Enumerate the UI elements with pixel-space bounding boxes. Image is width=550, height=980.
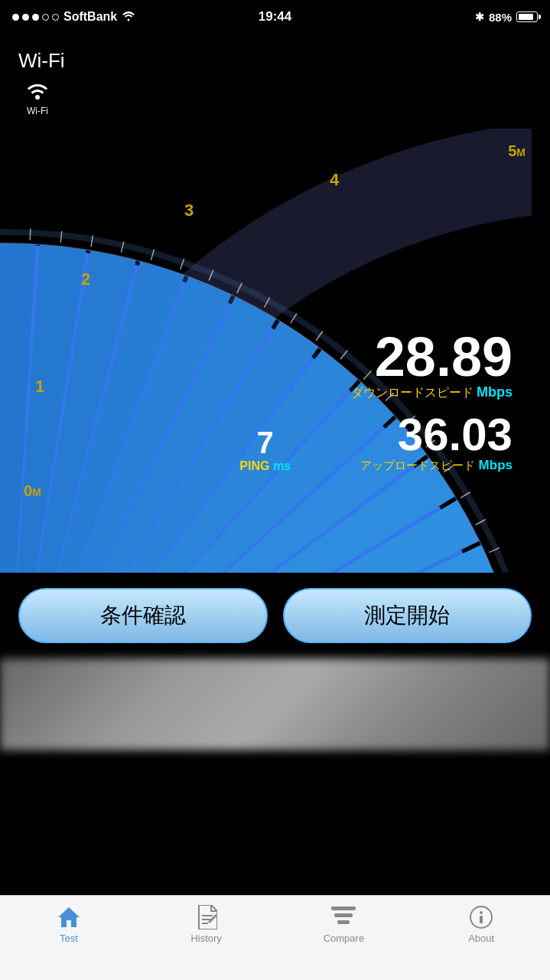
wifi-symbol-icon: Wi-Fi bbox=[18, 79, 57, 116]
tab-about[interactable]: About bbox=[412, 902, 550, 944]
tab-history-label: History bbox=[190, 933, 221, 944]
svg-rect-7 bbox=[337, 920, 350, 924]
status-right: ✱ 88% bbox=[475, 11, 538, 24]
condition-check-button[interactable]: 条件確認 bbox=[18, 588, 268, 643]
compare-icon bbox=[331, 906, 356, 928]
wifi-status-icon bbox=[122, 11, 135, 24]
signal-dot-4 bbox=[42, 14, 49, 21]
upload-label-jp: アップロードスピード bbox=[360, 459, 475, 472]
ad-banner bbox=[0, 658, 550, 750]
tab-compare-icon bbox=[331, 905, 356, 929]
tab-history-icon bbox=[194, 905, 219, 929]
status-bar: SoftBank 19:44 ✱ 88% bbox=[0, 0, 550, 34]
signal-dot-2 bbox=[22, 14, 29, 21]
ping-display: 7 PING ms bbox=[239, 426, 291, 473]
signal-dot-5 bbox=[52, 14, 59, 21]
signal-dot-3 bbox=[32, 14, 39, 21]
ping-value: 7 bbox=[239, 426, 291, 459]
home-icon bbox=[57, 905, 81, 929]
buttons-row: 条件確認 測定開始 bbox=[0, 573, 550, 658]
speed-readings: 28.89 ダウンロードスピード Mbps 36.03 アップロードスピード M… bbox=[351, 329, 513, 473]
tab-test-icon bbox=[57, 905, 81, 929]
tab-about-icon bbox=[469, 905, 493, 929]
svg-marker-1 bbox=[58, 907, 80, 927]
download-label-jp: ダウンロードスピード bbox=[351, 386, 474, 399]
tab-test-label: Test bbox=[60, 933, 78, 944]
ping-unit: ms bbox=[273, 459, 291, 472]
wifi-label: Wi-Fi bbox=[18, 49, 532, 73]
tab-compare[interactable]: Compare bbox=[275, 902, 413, 944]
speedometer-container: 0M 1 2 3 4 5M 28.89 ダウンロードスピード Mbps 36.0… bbox=[0, 129, 532, 573]
svg-point-9 bbox=[480, 911, 483, 914]
tab-bar: Test History Compare bbox=[0, 895, 550, 980]
scale-label-5m: 5M bbox=[508, 142, 526, 160]
download-speed-value: 28.89 bbox=[351, 329, 513, 384]
upload-speed-label: アップロードスピード Mbps bbox=[351, 458, 513, 473]
tab-about-label: About bbox=[468, 933, 494, 944]
svg-point-0 bbox=[35, 95, 40, 100]
scale-label-2: 2 bbox=[81, 270, 90, 289]
battery-percentage: 88% bbox=[489, 11, 512, 24]
tab-history[interactable]: History bbox=[138, 902, 275, 944]
scale-label-1: 1 bbox=[35, 377, 44, 397]
upload-unit: Mbps bbox=[479, 458, 513, 472]
battery-icon bbox=[516, 11, 538, 22]
status-left: SoftBank bbox=[12, 10, 135, 24]
svg-rect-10 bbox=[480, 916, 483, 923]
status-time: 19:44 bbox=[259, 9, 291, 24]
upload-speed-value: 36.03 bbox=[351, 412, 513, 458]
document-icon bbox=[196, 905, 217, 929]
download-unit: Mbps bbox=[477, 384, 513, 400]
svg-rect-5 bbox=[331, 906, 356, 910]
tab-compare-label: Compare bbox=[324, 933, 364, 944]
main-content: Wi-Fi Wi-Fi bbox=[0, 34, 550, 129]
carrier-name: SoftBank bbox=[63, 10, 117, 24]
scale-label-3: 3 bbox=[184, 201, 194, 220]
info-circle-icon bbox=[469, 905, 493, 929]
ping-label-jp: PING bbox=[239, 459, 269, 472]
signal-dot-1 bbox=[12, 14, 19, 21]
scale-label-0m: 0M bbox=[24, 482, 41, 500]
bluetooth-icon: ✱ bbox=[475, 11, 484, 23]
scale-label-4: 4 bbox=[330, 170, 339, 190]
signal-dots bbox=[12, 14, 59, 21]
start-measurement-button[interactable]: 測定開始 bbox=[283, 588, 532, 643]
tab-test[interactable]: Test bbox=[0, 902, 138, 944]
ping-label: PING ms bbox=[239, 459, 291, 473]
download-speed-label: ダウンロードスピード Mbps bbox=[351, 384, 513, 401]
svg-rect-6 bbox=[334, 913, 353, 917]
